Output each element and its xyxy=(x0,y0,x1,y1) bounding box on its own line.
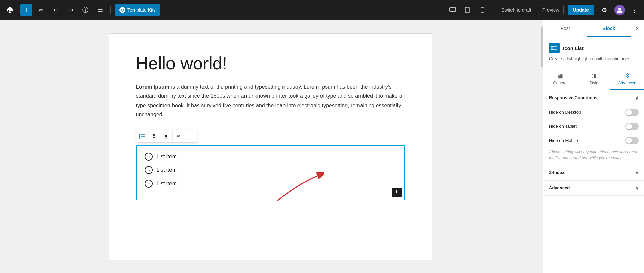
block-type-button[interactable] xyxy=(136,130,148,142)
update-button[interactable]: Update xyxy=(568,5,594,15)
list-item: → List item xyxy=(145,166,396,174)
mobile-view-button[interactable] xyxy=(477,5,488,15)
hide-tablet-label: Hide on Tablet xyxy=(549,124,577,129)
template-kits-icon: ⬡ xyxy=(119,7,125,13)
list-item-icon-2: → xyxy=(145,166,153,174)
z-index-chevron xyxy=(635,170,639,176)
hide-desktop-label: Hide on Desktop xyxy=(549,110,581,115)
settings-button[interactable]: ⚙ xyxy=(598,4,610,16)
add-list-item-button[interactable]: + xyxy=(392,188,402,197)
scrollbar-thumb xyxy=(541,27,543,67)
template-kits-label: Template Kits xyxy=(127,7,156,13)
svg-point-2 xyxy=(467,12,468,12)
block-controls-tabs: ▦ General ◑ Style ⚙ Advanced xyxy=(543,68,644,90)
switch-to-draft-button[interactable]: Switch to draft xyxy=(499,5,534,15)
user-avatar-button[interactable] xyxy=(614,5,625,15)
wp-logo xyxy=(4,4,16,16)
list-item-label-2: List item xyxy=(157,167,177,173)
toolbar-separator-2 xyxy=(493,6,493,14)
block-info-icon xyxy=(549,43,560,53)
general-icon: ▦ xyxy=(557,72,563,79)
main-toolbar: + ✏ ↩ ↪ ⓘ ☰ ⬡ Template Kits Switch to dr… xyxy=(0,0,644,20)
advanced-chevron xyxy=(635,185,639,191)
panel-content: Responsive Conditions Hide on Desktop Hi… xyxy=(543,90,644,273)
svg-rect-0 xyxy=(450,8,456,11)
responsive-conditions-section: Responsive Conditions Hide on Desktop Hi… xyxy=(543,90,644,165)
list-view-button[interactable]: ☰ xyxy=(94,4,106,16)
responsive-note: Above setting will only take effect once… xyxy=(543,148,644,165)
move-up-button[interactable] xyxy=(160,130,173,142)
editor-canvas: Hello world! Lorem Ipsum is a dummy text… xyxy=(109,34,432,260)
hide-mobile-toggle[interactable] xyxy=(625,137,639,144)
main-area: Hello world! Lorem Ipsum is a dummy text… xyxy=(0,20,644,273)
panel-scrollbar[interactable] xyxy=(540,20,543,273)
panel-header: Post Block × xyxy=(543,20,644,37)
redo-button[interactable]: ↪ xyxy=(65,4,77,16)
page-content-text: is a dummy text of the printing and type… xyxy=(136,84,402,117)
preview-button[interactable]: Preview xyxy=(538,5,564,15)
advanced-bottom-title: Advanced xyxy=(549,185,570,190)
template-kits-button[interactable]: ⬡ Template Kits xyxy=(115,4,160,16)
list-item-label-3: List item xyxy=(157,181,177,187)
style-icon: ◑ xyxy=(591,72,597,79)
editor-area: Hello world! Lorem Ipsum is a dummy text… xyxy=(0,20,540,273)
advanced-bottom-section: Advanced xyxy=(543,181,644,196)
block-info-header: Icon List xyxy=(549,43,639,53)
edit-tool-button[interactable]: ✏ xyxy=(35,4,47,16)
responsive-conditions-title: Responsive Conditions xyxy=(549,95,597,100)
add-block-button[interactable]: + xyxy=(20,4,32,16)
control-tab-style[interactable]: ◑ Style xyxy=(577,68,611,90)
svg-point-7 xyxy=(139,135,140,137)
tab-post[interactable]: Post xyxy=(543,20,587,37)
list-item: → List item xyxy=(145,153,396,161)
hide-mobile-row: Hide on Mobile xyxy=(543,133,644,148)
hide-desktop-toggle[interactable] xyxy=(625,109,639,116)
toolbar-separator-1 xyxy=(110,6,111,14)
hide-desktop-row: Hide on Desktop xyxy=(543,105,644,119)
responsive-conditions-header[interactable]: Responsive Conditions xyxy=(543,90,644,105)
drag-handle-button[interactable]: ⠿ xyxy=(148,130,160,142)
list-item-label-1: List item xyxy=(157,154,177,160)
page-content: Lorem Ipsum is a dummy text of the print… xyxy=(136,82,405,119)
svg-point-5 xyxy=(618,8,621,10)
page-content-bold: Lorem Ipsum xyxy=(136,84,169,90)
more-options-button[interactable]: ⋮ xyxy=(629,5,640,15)
hide-mobile-label: Hide on Mobile xyxy=(549,138,578,143)
z-index-header[interactable]: Z-Index xyxy=(543,165,644,180)
block-toolbar: ⠿ ✏ ⋮ xyxy=(136,130,197,143)
hide-tablet-toggle[interactable] xyxy=(625,123,639,130)
svg-point-4 xyxy=(482,12,483,12)
right-panel: Post Block × Icon List Create a list hig… xyxy=(543,20,644,273)
block-more-button[interactable]: ⋮ xyxy=(185,130,197,142)
responsive-conditions-chevron xyxy=(635,95,639,101)
svg-point-15 xyxy=(551,49,553,50)
svg-point-6 xyxy=(139,134,140,135)
list-item: → List item xyxy=(145,180,396,188)
undo-button[interactable]: ↩ xyxy=(50,4,62,16)
control-tab-advanced[interactable]: ⚙ Advanced xyxy=(610,68,644,90)
list-item-icon-3: → xyxy=(145,180,153,188)
info-button[interactable]: ⓘ xyxy=(79,4,91,16)
svg-point-13 xyxy=(551,46,553,47)
tablet-view-button[interactable] xyxy=(462,5,473,15)
tab-block[interactable]: Block xyxy=(587,20,631,37)
edit-pencil-button[interactable]: ✏ xyxy=(173,130,185,142)
control-tab-general[interactable]: ▦ General xyxy=(543,68,577,90)
advanced-icon: ⚙ xyxy=(624,72,630,79)
block-info-description: Create a list highlighted with icons/ima… xyxy=(549,55,639,62)
svg-point-8 xyxy=(139,137,140,139)
icon-list-block[interactable]: → List item → List item → List item + xyxy=(136,145,405,200)
advanced-bottom-header[interactable]: Advanced xyxy=(543,181,644,195)
z-index-title: Z-Index xyxy=(549,170,564,175)
block-info-title: Icon List xyxy=(563,45,584,51)
block-info: Icon List Create a list highlighted with… xyxy=(543,37,644,68)
svg-point-14 xyxy=(551,47,553,49)
control-tab-style-label: Style xyxy=(589,81,598,85)
z-index-section: Z-Index xyxy=(543,165,644,181)
list-item-icon-1: → xyxy=(145,153,153,161)
desktop-view-button[interactable] xyxy=(447,5,458,15)
hide-tablet-row: Hide on Tablet xyxy=(543,119,644,133)
control-tab-general-label: General xyxy=(553,81,567,85)
panel-close-button[interactable]: × xyxy=(631,22,644,35)
page-title: Hello world! xyxy=(136,54,405,73)
